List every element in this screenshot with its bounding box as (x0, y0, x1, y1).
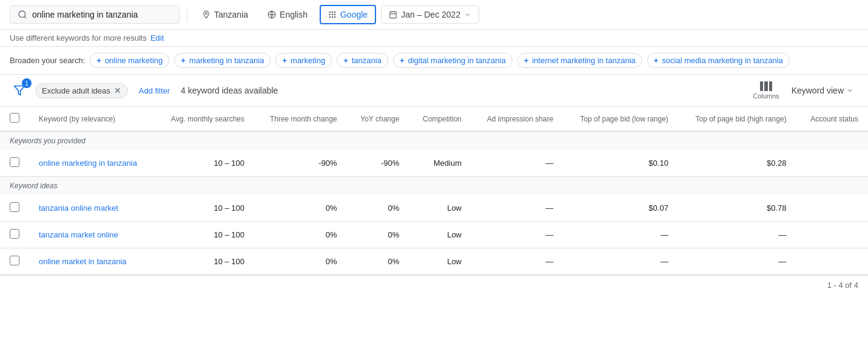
row-avg-monthly: 10 – 100 (155, 222, 254, 248)
svg-rect-5 (334, 12, 335, 13)
location-selector[interactable]: Tanzania (195, 6, 255, 23)
suggestion-row: Use different keywords for more results … (0, 30, 868, 47)
search-box[interactable] (10, 5, 180, 24)
col-competition: Competition (409, 107, 471, 131)
broaden-chip[interactable]: +digital marketing in tanzania (393, 53, 513, 68)
svg-marker-16 (15, 86, 25, 95)
row-avg-monthly: 10 – 100 (155, 195, 254, 222)
edit-link[interactable]: Edit (150, 33, 164, 43)
row-keyword[interactable]: online market in tanzania (29, 248, 155, 275)
top-bar: Tanzania English Google Jan – Dec 2022 (0, 0, 868, 30)
row-checkbox[interactable] (10, 256, 19, 265)
row-top-bid-high: $0.78 (678, 195, 796, 222)
search-input[interactable] (32, 10, 166, 19)
svg-point-2 (206, 13, 207, 15)
section-title: Keyword ideas (0, 177, 868, 196)
table-wrapper: Keyword (by relevance) Avg. monthly sear… (0, 107, 868, 275)
language-label: English (280, 10, 308, 19)
row-checkbox-cell[interactable] (0, 222, 29, 248)
exclude-adult-chip[interactable]: Exclude adult ideas ✕ (35, 83, 128, 98)
location-label: Tanzania (214, 10, 248, 19)
keyword-view-label: Keyword view (792, 86, 844, 95)
columns-icon (760, 81, 772, 91)
broaden-chip[interactable]: +social media marketing in tanzania (647, 53, 790, 68)
row-ad-impression: — (471, 150, 563, 177)
pagination-text: 1 - 4 of 4 (827, 281, 858, 290)
broaden-chip[interactable]: +internet marketing in tanzania (517, 53, 642, 68)
chevron-down-icon (464, 11, 471, 18)
table-header: Keyword (by relevance) Avg. monthly sear… (0, 107, 868, 131)
row-three-month: 0% (254, 222, 347, 248)
calendar-icon (389, 10, 397, 19)
columns-label: Columns (753, 92, 779, 100)
row-checkbox-cell[interactable] (0, 195, 29, 222)
col-ad-impression: Ad impression share (471, 107, 563, 131)
broaden-chip[interactable]: +tanzania (337, 53, 388, 68)
row-checkbox[interactable] (10, 157, 19, 167)
col-top-bid-low: Top of page bid (low range) (563, 107, 678, 131)
keyword-view-button[interactable]: Keyword view (787, 83, 858, 98)
col-account-status: Account status (796, 107, 868, 131)
add-filter-button[interactable]: Add filter (134, 84, 175, 98)
row-three-month: 0% (254, 195, 347, 222)
row-checkbox-cell[interactable] (0, 150, 29, 177)
columns-button[interactable]: Columns (753, 81, 779, 100)
google-icon (328, 10, 337, 19)
date-picker[interactable]: Jan – Dec 2022 (381, 5, 479, 24)
svg-rect-6 (329, 14, 331, 15)
search-engine-selector[interactable]: Google (320, 5, 376, 24)
filter-badge: 1 (22, 78, 32, 88)
broaden-chips-container: +online marketing+marketing in tanzania+… (90, 53, 790, 68)
row-checkbox-cell[interactable] (0, 248, 29, 275)
row-ad-impression: — (471, 248, 563, 275)
row-keyword[interactable]: tanzania online market (29, 195, 155, 222)
svg-rect-4 (332, 12, 333, 13)
svg-point-0 (19, 11, 25, 18)
row-yoy: 0% (347, 248, 409, 275)
row-checkbox[interactable] (10, 202, 19, 212)
table-section-header: Keywords you provided (0, 131, 868, 150)
svg-rect-9 (329, 16, 331, 18)
row-competition: Low (409, 195, 471, 222)
location-icon (202, 10, 210, 19)
broaden-row: Broaden your search: +online marketing+m… (0, 47, 868, 75)
svg-rect-11 (334, 16, 335, 18)
row-top-bid-low: — (563, 222, 678, 248)
row-top-bid-high: — (678, 248, 796, 275)
filter-button[interactable]: 1 (10, 81, 29, 100)
svg-rect-7 (332, 14, 333, 15)
row-keyword[interactable]: online marketing in tanzania (29, 150, 155, 177)
broaden-chip[interactable]: +online marketing (90, 53, 169, 68)
table-section-header: Keyword ideas (0, 177, 868, 196)
language-selector[interactable]: English (260, 6, 315, 23)
row-top-bid-high: — (678, 222, 796, 248)
col-yoy: YoY change (347, 107, 409, 131)
broaden-chip[interactable]: +marketing in tanzania (174, 53, 271, 68)
col-three-month: Three month change (254, 107, 347, 131)
svg-rect-3 (329, 12, 331, 13)
row-competition: Low (409, 248, 471, 275)
divider-1 (187, 7, 187, 22)
row-checkbox[interactable] (10, 229, 19, 239)
col-keyword: Keyword (by relevance) (29, 107, 155, 131)
row-keyword[interactable]: tanzania market online (29, 222, 155, 248)
date-range-label: Jan – Dec 2022 (401, 10, 460, 19)
row-yoy: 0% (347, 195, 409, 222)
broaden-chip[interactable]: +marketing (275, 53, 332, 68)
row-top-bid-low: $0.10 (563, 150, 678, 177)
row-yoy: 0% (347, 222, 409, 248)
row-competition: Medium (409, 150, 471, 177)
exclude-chip-remove[interactable]: ✕ (114, 86, 121, 95)
language-icon (267, 10, 276, 19)
svg-rect-8 (334, 14, 335, 15)
row-ad-impression: — (471, 222, 563, 248)
row-competition: Low (409, 222, 471, 248)
header-checkbox-cell (0, 107, 29, 131)
row-account-status (796, 195, 868, 222)
row-avg-monthly: 10 – 100 (155, 150, 254, 177)
select-all-checkbox[interactable] (10, 113, 19, 123)
toolbar: 1 Exclude adult ideas ✕ Add filter 4 key… (0, 75, 868, 107)
search-engine-label: Google (340, 10, 368, 19)
svg-rect-12 (390, 12, 397, 18)
table-row: online market in tanzania 10 – 100 0% 0%… (0, 248, 868, 275)
